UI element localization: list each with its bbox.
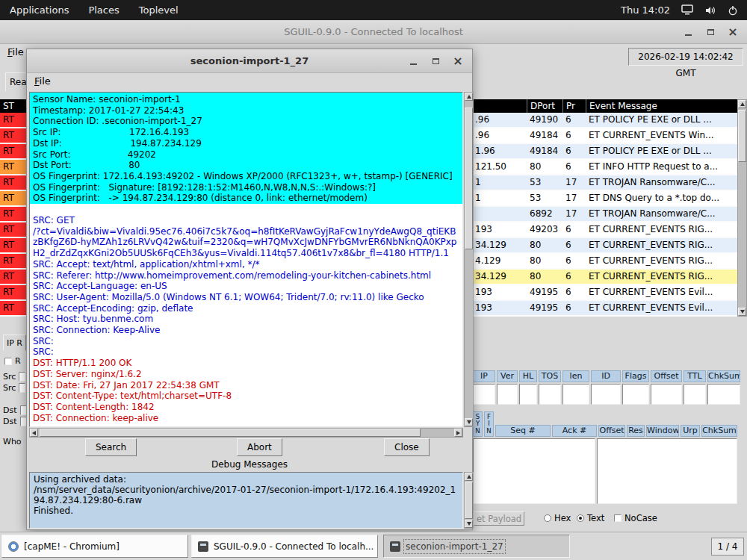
transcript-line: SRC: User-Agent: Mozilla/5.0 (Windows NT… xyxy=(30,292,462,303)
column-header-event-message[interactable]: Event Message xyxy=(586,99,657,113)
event-message-cell: ET CURRENT_EVENTS RIG... xyxy=(589,254,737,268)
radio-icon xyxy=(544,514,551,522)
dstip-cell: .96 xyxy=(475,128,521,143)
workspace-pager[interactable]: 1 / 4 xyxy=(711,538,744,556)
status-cell[interactable]: RT xyxy=(0,270,26,284)
column-header-pr[interactable]: Pr xyxy=(562,99,575,113)
status-cell[interactable]: RT xyxy=(0,223,26,237)
taskbar-item-capme[interactable]: [capME! - Chromium] xyxy=(1,535,188,558)
dstip-cell: 1.96 xyxy=(475,144,521,158)
search-button[interactable]: Search xyxy=(85,438,137,456)
status-cell[interactable]: RT xyxy=(0,160,26,174)
status-cell[interactable]: RT xyxy=(0,238,26,252)
transcript-header-line: Dst Port: 80 xyxy=(30,160,462,171)
protocol-cell: 17 xyxy=(565,191,583,205)
src-ip-field[interactable] xyxy=(19,372,25,382)
status-cell[interactable]: RT xyxy=(0,175,26,190)
status-cell[interactable]: RT xyxy=(0,128,26,143)
protocol-cell: 6 xyxy=(565,285,583,299)
scroll-up-icon[interactable] xyxy=(465,93,473,101)
sguil-titlebar[interactable]: SGUIL-0.9.0 - Connected To localhost xyxy=(0,20,747,44)
ip-header-flags: Flags xyxy=(622,370,649,382)
dialog-titlebar[interactable]: seconion-import-1_27 xyxy=(27,49,472,73)
tcp-value-row xyxy=(473,438,737,504)
transcript-vertical-scrollbar[interactable] xyxy=(464,92,474,427)
taskbar-item-transcript[interactable]: seconion-import-1_27 xyxy=(383,535,570,558)
gnome-top-bar: Applications Places Toplevel Thu 14:02 xyxy=(0,0,747,20)
close-icon[interactable] xyxy=(453,55,463,67)
status-cell[interactable]: RT xyxy=(0,254,26,268)
volume-icon[interactable] xyxy=(704,5,716,16)
tab-ip-resolution[interactable]: IP R xyxy=(3,335,26,351)
scroll-down-icon[interactable] xyxy=(465,418,473,426)
maximize-icon[interactable] xyxy=(705,26,716,38)
reverse-dns-checkbox[interactable]: R xyxy=(4,356,21,366)
close-button[interactable]: Close xyxy=(384,438,430,456)
transcript-blank-line xyxy=(30,204,462,215)
taskbar-item-sguil[interactable]: SGUIL-0.9.0 - Connected To localh... xyxy=(191,535,378,558)
power-icon[interactable] xyxy=(728,5,738,16)
scrollbar-thumb[interactable] xyxy=(40,429,421,437)
dport-cell: 53 xyxy=(530,175,564,190)
scroll-up-icon[interactable] xyxy=(465,473,473,481)
dstip-cell: 193 xyxy=(475,301,521,315)
scroll-right-icon[interactable] xyxy=(454,429,462,437)
scrollbar-thumb[interactable] xyxy=(465,482,473,519)
debug-messages-area[interactable]: Using archived data:/nsm/server_data/sec… xyxy=(29,472,463,529)
protocol-cell: 6 xyxy=(565,301,583,315)
dstip-cell: .96 xyxy=(475,113,521,127)
status-cell[interactable]: RT xyxy=(0,191,26,205)
maximize-icon[interactable] xyxy=(430,55,441,67)
status-cell[interactable]: RT xyxy=(0,301,26,315)
src-name-field[interactable] xyxy=(19,383,25,393)
scroll-left-icon[interactable] xyxy=(30,429,38,437)
dst-ip-label: Dst xyxy=(3,405,27,415)
transcript-line: DST: Date: Fri, 27 Jan 2017 22:54:38 GMT xyxy=(30,380,462,391)
menu-toplevel[interactable]: Toplevel xyxy=(129,0,188,20)
column-header-dport[interactable]: DPort xyxy=(527,99,555,113)
menu-places[interactable]: Places xyxy=(78,0,128,20)
status-cell[interactable]: RT xyxy=(0,144,26,158)
sguil-file-menu[interactable]: File xyxy=(0,44,27,57)
scroll-down-icon[interactable] xyxy=(465,520,473,528)
scrollbar-thumb[interactable] xyxy=(465,108,473,249)
dialog-file-menu[interactable]: File xyxy=(27,73,54,87)
column-header-st[interactable]: ST xyxy=(3,99,14,113)
scroll-down-icon[interactable] xyxy=(738,308,746,316)
ip-header-id: ID xyxy=(591,370,621,382)
transcript-line: DST: Content-Type: text/html;charset=UTF… xyxy=(30,391,462,402)
dport-cell: 49184 xyxy=(530,128,564,143)
ip-header-ttl: TTL xyxy=(684,370,706,382)
close-icon[interactable] xyxy=(728,26,738,38)
tab-realtime-events[interactable]: Rea xyxy=(5,72,28,92)
abort-button[interactable]: Abort xyxy=(237,438,282,456)
transcript-text-area[interactable]: Sensor Name: seconion-import-1Timestamp:… xyxy=(29,92,463,427)
nocase-checkbox[interactable]: NoCase xyxy=(614,513,657,523)
transcript-line: SRC: Accept-Language: en-US xyxy=(30,281,462,292)
clock[interactable]: Thu 14:02 xyxy=(621,4,670,16)
hex-radio[interactable]: Hex xyxy=(544,513,571,523)
ip-header-chksum: ChkSum xyxy=(707,370,740,382)
ip-value-field xyxy=(707,384,740,405)
transcript-horizontal-scrollbar[interactable] xyxy=(29,428,463,438)
display-icon[interactable] xyxy=(681,4,693,16)
status-cell[interactable]: RT xyxy=(0,285,26,299)
whois-label: Who xyxy=(3,437,22,447)
checkbox-icon xyxy=(4,358,12,365)
scroll-up-icon[interactable] xyxy=(738,100,746,108)
ip-value-field xyxy=(473,384,495,405)
text-radio[interactable]: Text xyxy=(577,513,604,523)
dstip-cell: 1 xyxy=(475,191,521,205)
menu-applications[interactable]: Applications xyxy=(0,0,78,20)
protocol-cell: 17 xyxy=(565,207,583,221)
status-cell[interactable]: RT xyxy=(0,207,26,221)
minimize-icon[interactable] xyxy=(408,55,418,67)
minimize-icon[interactable] xyxy=(683,26,693,38)
status-cell[interactable]: RT xyxy=(0,113,26,127)
tcp-header-chksum: ChkSum xyxy=(701,425,737,437)
event-table-scrollbar[interactable] xyxy=(737,99,747,317)
scrollbar-thumb[interactable] xyxy=(738,110,746,162)
debug-scrollbar[interactable] xyxy=(464,472,474,529)
src-ip-label: Src xyxy=(3,372,25,382)
dport-cell: 53 xyxy=(530,191,564,205)
